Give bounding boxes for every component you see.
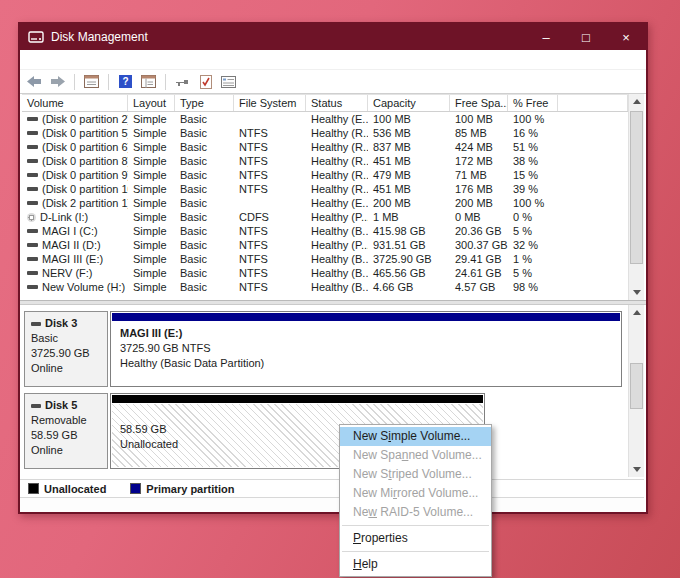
close-button[interactable]: × — [606, 24, 646, 50]
volume-icon — [27, 159, 38, 163]
menu-item[interactable] — [40, 58, 60, 62]
pct-free-cell: 5 % — [508, 266, 558, 280]
file-system-cell: NTFS — [234, 252, 306, 266]
table-row[interactable]: (Disk 0 partition 8) Simple Basic NTFS H… — [22, 154, 628, 168]
table-header: Volume Layout Type File System Status Ca… — [22, 94, 628, 112]
file-system-cell: NTFS — [234, 126, 306, 140]
scroll-up-arrow-icon[interactable] — [629, 305, 645, 320]
free-space-cell: 424 MB — [450, 140, 508, 154]
layout-cell: Simple — [128, 280, 175, 294]
file-system-cell — [234, 196, 306, 210]
table-row[interactable]: MAGI I (C:) Simple Basic NTFS Healthy (B… — [22, 224, 628, 238]
table-row[interactable]: (Disk 2 partition 1) Simple Basic Health… — [22, 196, 628, 210]
forward-icon[interactable] — [49, 74, 66, 90]
table-row[interactable]: (Disk 0 partition 9) Simple Basic NTFS H… — [22, 168, 628, 182]
legend-swatch — [130, 483, 141, 494]
layout-cell: Simple — [128, 112, 175, 126]
layout-cell: Simple — [128, 238, 175, 252]
free-space-cell: 100 MB — [450, 112, 508, 126]
pct-free-cell: 100 % — [508, 196, 558, 210]
type-cell: Basic — [175, 168, 234, 182]
column-header-volume[interactable]: Volume — [22, 95, 128, 111]
pct-free-cell: 51 % — [508, 140, 558, 154]
partition-title: MAGI III (E:) — [120, 326, 620, 341]
disk-pane-vertical-scrollbar[interactable] — [628, 305, 644, 477]
column-header-pct-free[interactable]: % Free — [508, 95, 558, 111]
table-row[interactable]: MAGI III (E:) Simple Basic NTFS Healthy … — [22, 252, 628, 266]
capacity-cell: 1 MB — [368, 210, 450, 224]
status-cell: Healthy (R... — [306, 182, 368, 196]
column-header-capacity[interactable]: Capacity — [368, 95, 450, 111]
file-system-cell: NTFS — [234, 182, 306, 196]
scroll-down-arrow-icon[interactable] — [629, 285, 645, 300]
context-menu-item[interactable]: New Mirrored Volume... — [340, 484, 491, 503]
volume-name: D-Link (I:) — [40, 210, 88, 224]
disk-size: 3725.90 GB — [31, 346, 103, 361]
disk3-header[interactable]: Disk 3 Basic 3725.90 GB Online — [24, 311, 108, 387]
status-cell: Healthy (R... — [306, 140, 368, 154]
maximize-button[interactable]: □ — [566, 24, 606, 50]
help-icon[interactable]: ? — [117, 74, 134, 90]
menu-item[interactable] — [20, 58, 40, 62]
legend-label: Primary partition — [146, 483, 234, 495]
type-cell: Basic — [175, 280, 234, 294]
scroll-down-arrow-icon[interactable] — [629, 462, 645, 477]
scroll-up-arrow-icon[interactable] — [629, 94, 645, 109]
status-cell: Healthy (B... — [306, 252, 368, 266]
column-header-type[interactable]: Type — [175, 95, 234, 111]
table-row[interactable]: (Disk 0 partition 5) Simple Basic NTFS H… — [22, 126, 628, 140]
volume-icon — [27, 145, 38, 149]
layout-cell: Simple — [128, 140, 175, 154]
table-vertical-scrollbar[interactable] — [628, 94, 644, 300]
table-row[interactable]: NERV (F:) Simple Basic NTFS Healthy (B..… — [22, 266, 628, 280]
partition-status: Healthy (Basic Data Partition) — [120, 356, 620, 371]
volume-icon — [27, 173, 38, 177]
column-header-layout[interactable]: Layout — [128, 95, 175, 111]
minimize-button[interactable]: – — [526, 24, 566, 50]
menu-item[interactable] — [60, 58, 80, 62]
table-row[interactable]: MAGI II (D:) Simple Basic NTFS Healthy (… — [22, 238, 628, 252]
table-row[interactable]: New Volume (H:) Simple Basic NTFS Health… — [22, 280, 628, 294]
free-space-cell: 200 MB — [450, 196, 508, 210]
column-header-free-space[interactable]: Free Spa... — [450, 95, 508, 111]
status-cell: Healthy (R... — [306, 154, 368, 168]
context-menu-item[interactable]: New Spanned Volume... — [340, 446, 491, 465]
table-row[interactable]: (Disk 0 partition 10) Simple Basic NTFS … — [22, 182, 628, 196]
context-menu-item[interactable]: Properties — [340, 529, 491, 548]
disk-kind: Removable — [31, 413, 103, 428]
checklist-icon[interactable] — [197, 74, 214, 90]
scrollbar-thumb[interactable] — [630, 111, 643, 264]
type-cell: Basic — [175, 154, 234, 168]
menu-item[interactable] — [80, 58, 100, 62]
type-cell: Basic — [175, 196, 234, 210]
table-row[interactable]: (Disk 0 partition 6) Simple Basic NTFS H… — [22, 140, 628, 154]
table-body: (Disk 0 partition 2) Simple Basic Health… — [22, 112, 628, 294]
capacity-cell: 536 MB — [368, 126, 450, 140]
back-icon[interactable] — [26, 74, 43, 90]
column-header-status[interactable]: Status — [306, 95, 368, 111]
tools-icon[interactable] — [174, 74, 191, 90]
disk-row-disk3: Disk 3 Basic 3725.90 GB Online MAGI III … — [24, 311, 622, 387]
toolbar: ? — [20, 70, 646, 94]
free-space-cell: 172 MB — [450, 154, 508, 168]
table-row[interactable]: D-Link (I:) Simple Basic CDFS Healthy (P… — [22, 210, 628, 224]
context-menu-item[interactable]: New RAID-5 Volume... — [340, 503, 491, 522]
disk-kind: Basic — [31, 331, 103, 346]
disk5-header[interactable]: Disk 5 Removable 58.59 GB Online — [24, 393, 108, 469]
context-menu-item[interactable]: New Striped Volume... — [340, 465, 491, 484]
file-system-cell: NTFS — [234, 280, 306, 294]
context-menu-item[interactable]: New Simple Volume... — [340, 427, 491, 446]
type-cell: Basic — [175, 112, 234, 126]
volume-icon — [27, 285, 38, 289]
disk3-partition-box[interactable]: MAGI III (E:) 3725.90 GB NTFS Healthy (B… — [110, 311, 622, 387]
properties-icon[interactable] — [220, 74, 237, 90]
context-menu-item[interactable]: Help — [340, 555, 491, 574]
console-tree-icon[interactable] — [140, 74, 157, 90]
table-row[interactable]: (Disk 0 partition 2) Simple Basic Health… — [22, 112, 628, 126]
column-header-file-system[interactable]: File System — [234, 95, 306, 111]
file-system-cell — [234, 112, 306, 126]
pct-free-cell: 38 % — [508, 154, 558, 168]
scrollbar-thumb[interactable] — [630, 363, 643, 409]
console-window-icon[interactable] — [83, 74, 100, 90]
disk3-strip — [112, 313, 620, 321]
